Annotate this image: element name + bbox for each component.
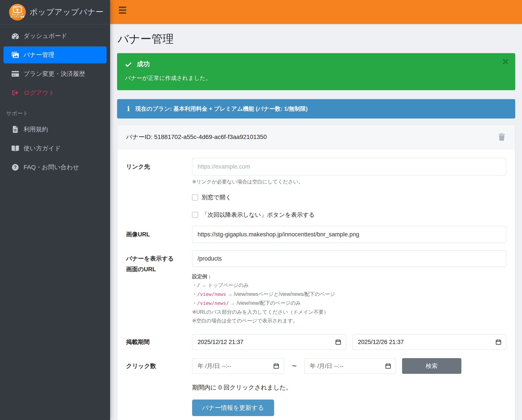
logo-caption-1: カンタン!! <box>11 13 23 16</box>
sidebar: カンタン!! ポップアップ管理 ポップアップバナー ダッシュボード バ <box>0 0 110 420</box>
sidebar-item-label: ログアウト <box>23 89 55 97</box>
svg-text:?: ? <box>14 165 16 170</box>
sidebar-nav: ダッシュボード バナー管理 プラン変更・決済履歴 <box>0 24 110 178</box>
clicks-label: クリック数 <box>126 358 192 374</box>
banner-card: バナーID: 51881702-a55c-4d69-ac6f-f3aa92101… <box>117 125 515 420</box>
logo-caption-2: ポップアップ管理 <box>10 16 24 18</box>
clicks-end-input[interactable]: 年 /月/日 --:-- <box>304 358 396 374</box>
hide-next-time-checkbox-row[interactable]: 「次回以降表示しない」ボタンを表示する <box>192 211 506 219</box>
click-count-result: 期間内に 0 回クリックされました。 <box>192 383 506 392</box>
period-label: 掲載期間 <box>126 334 192 350</box>
banner-card-header: バナーID: 51881702-a55c-4d69-ac6f-f3aa92101… <box>117 125 515 149</box>
open-new-window-checkbox-row[interactable]: 別窓で開く <box>192 194 506 201</box>
gauge-icon <box>10 33 20 39</box>
example-line: ・/ → トップページのみ <box>192 281 506 290</box>
sidebar-item-faq[interactable]: ? FAQ・お問い合わせ <box>3 159 107 176</box>
example-line: ・/view/news/ → /view/new/配下のページのみ <box>192 299 506 308</box>
link-url-input[interactable] <box>192 158 506 175</box>
alert-message: バナーが正常に作成されました。 <box>125 74 507 82</box>
sidebar-section-support: サポート <box>3 103 107 121</box>
display-url-note-2: ※空白の場合は全てのページで表示されます。 <box>192 316 506 325</box>
hide-next-time-label: 「次回以降表示しない」ボタンを表示する <box>202 211 315 219</box>
display-url-note-1: ※URLのパス部分のみを入力してください（ドメイン不要） <box>192 308 506 316</box>
examples-title: 設定例： <box>192 272 506 281</box>
display-url-input[interactable] <box>192 250 506 267</box>
sidebar-item-dashboard[interactable]: ダッシュボード <box>3 27 107 45</box>
hide-next-time-checkbox[interactable] <box>192 212 198 218</box>
book-open-icon <box>10 145 20 151</box>
question-circle-icon: ? <box>10 164 20 171</box>
clicks-start-input[interactable]: 年 /月/日 --:-- <box>192 358 284 374</box>
success-alert: 成功 バナーが正常に作成されました。 <box>117 53 515 90</box>
update-banner-button[interactable]: バナー情報を更新する <box>192 399 274 416</box>
search-button[interactable]: 検索 <box>402 358 461 374</box>
link-url-label: リンク先 <box>126 158 192 175</box>
sidebar-item-guide[interactable]: 使い方ガイド <box>3 140 107 157</box>
sidebar-item-label: プラン変更・決済履歴 <box>23 70 85 78</box>
display-url-label: バナーを表示する 画面のURL <box>126 250 192 325</box>
open-new-window-label: 別窓で開く <box>202 194 231 201</box>
calendar-icon[interactable] <box>335 339 341 345</box>
calendar-icon[interactable] <box>385 363 391 369</box>
brand-title: ポップアップバナー <box>30 7 104 17</box>
alert-title: 成功 <box>137 60 150 69</box>
image-url-label: 画像URL <box>126 226 192 243</box>
top-navbar <box>110 0 522 24</box>
hamburger-menu-icon[interactable] <box>119 7 126 14</box>
content: バナー管理 成功 バナーが正常に作成されました。 i 現在のプラン: 基本利用料… <box>110 24 522 420</box>
calendar-icon[interactable] <box>496 339 501 345</box>
sidebar-item-label: 利用規約 <box>23 125 48 134</box>
sidebar-item-banner-management[interactable]: バナー管理 <box>3 46 107 63</box>
period-end-input[interactable]: 2025/12/26 21:37 <box>353 334 507 350</box>
range-separator: ~ <box>284 361 304 371</box>
display-url-examples: 設定例： ・/ → トップページのみ ・/view/news → /view/n… <box>192 272 506 325</box>
banner-form: リンク先 ※リンクが必要ない場合は空白にしてください。 別窓で開く 「次回以降表… <box>117 149 515 420</box>
link-url-note: ※リンクが必要ない場合は空白にしてください。 <box>192 178 506 185</box>
banner-id: バナーID: 51881702-a55c-4d69-ac6f-f3aa92101… <box>126 133 267 141</box>
calendar-icon[interactable] <box>273 363 279 369</box>
trash-icon[interactable] <box>497 132 506 142</box>
close-icon[interactable] <box>503 59 508 65</box>
sidebar-item-plan-payment[interactable]: プラン変更・決済履歴 <box>3 65 107 82</box>
image-icon <box>10 52 20 58</box>
period-start-input[interactable]: 2025/12/12 21:37 <box>192 334 346 350</box>
current-plan-text: 現在のプラン: 基本利用料金 + プレミアム機能 (バナー数: 1/無制限) <box>135 105 308 113</box>
sidebar-item-label: FAQ・お問い合わせ <box>23 163 79 172</box>
main-area: バナー管理 成功 バナーが正常に作成されました。 i 現在のプラン: 基本利用料… <box>110 0 522 420</box>
sidebar-item-terms[interactable]: 利用規約 <box>3 121 107 138</box>
current-plan-bar: i 現在のプラン: 基本利用料金 + プレミアム機能 (バナー数: 1/無制限) <box>117 99 515 119</box>
app-window: カンタン!! ポップアップ管理 ポップアップバナー ダッシュボード バ <box>0 0 522 420</box>
image-url-input[interactable] <box>192 226 506 243</box>
check-icon <box>125 61 132 68</box>
open-new-window-checkbox[interactable] <box>192 195 198 200</box>
page-title: バナー管理 <box>117 33 515 45</box>
sidebar-item-label: バナー管理 <box>23 51 54 59</box>
info-icon: i <box>127 105 130 112</box>
app-logo-icon: カンタン!! ポップアップ管理 <box>9 4 26 21</box>
brand-link[interactable]: カンタン!! ポップアップ管理 ポップアップバナー <box>0 0 110 24</box>
file-icon <box>10 126 20 133</box>
credit-card-icon <box>10 71 20 77</box>
logout-icon <box>10 90 20 96</box>
sidebar-item-label: 使い方ガイド <box>23 144 61 152</box>
sidebar-item-label: ダッシュボード <box>23 32 67 40</box>
sidebar-item-logout[interactable]: ログアウト <box>3 84 107 101</box>
example-line: ・/view/news → /view/newsページと/view/news/配… <box>192 290 506 299</box>
